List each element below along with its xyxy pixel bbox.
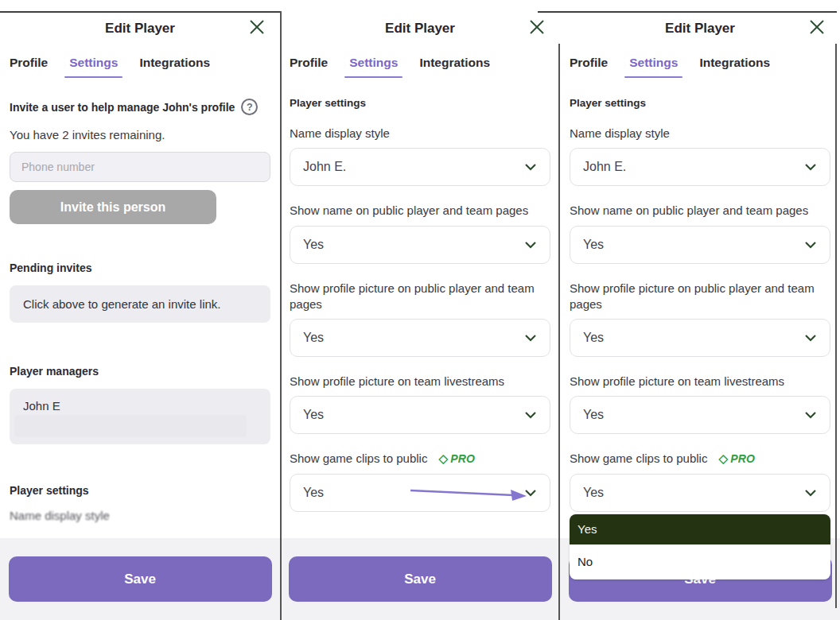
phone-number-input[interactable] [10, 152, 270, 182]
field-name-display-style: Name display style John E. [290, 126, 550, 186]
select-value: Yes [303, 238, 324, 252]
tab-profile[interactable]: Profile [10, 54, 48, 78]
select-value: Yes [303, 486, 324, 500]
field-show-game-clips: Show game clips to public ◇ PRO Yes Yes … [570, 451, 830, 511]
field-label: Show profile picture on public player an… [570, 281, 830, 313]
name-display-style-select[interactable]: John E. [290, 148, 550, 186]
modal-footer: Save [280, 538, 560, 620]
close-icon [808, 26, 826, 38]
field-show-profile-picture-livestreams: Show profile picture on team livestreams… [290, 374, 550, 434]
chevron-down-icon [804, 408, 817, 422]
chevron-down-icon [524, 408, 537, 422]
cutoff-field-label: Name display style [10, 509, 270, 522]
panel-divider-2 [558, 44, 560, 620]
player-settings-heading: Player settings [10, 484, 270, 497]
chevron-down-icon [524, 486, 537, 500]
tab-bar: Profile Settings Integrations [560, 46, 840, 78]
select-value: Yes [303, 408, 324, 422]
pending-invites-empty-box: Click above to generate an invite link. [10, 285, 270, 323]
show-name-select[interactable]: Yes [290, 226, 550, 264]
close-button[interactable] [247, 17, 267, 38]
chevron-down-icon [804, 160, 817, 174]
field-label-text: Show game clips to public [290, 451, 427, 465]
invite-section-heading: Invite a user to help manage John's prof… [10, 101, 235, 114]
screenshot-top-border-right [538, 11, 837, 13]
tab-integrations[interactable]: Integrations [139, 54, 210, 78]
field-label: Show name on public player and team page… [570, 203, 830, 219]
modal-footer: Save [0, 538, 280, 620]
pro-diamond-icon: ◇ [719, 451, 729, 467]
field-label: Show profile picture on team livestreams [290, 374, 550, 389]
dropdown-option-yes[interactable]: Yes [570, 514, 830, 544]
field-label: Name display style [570, 126, 830, 141]
pro-diamond-icon: ◇ [439, 451, 449, 467]
chevron-down-icon [524, 238, 537, 252]
name-display-style-select[interactable]: John E. [570, 148, 830, 186]
close-button[interactable] [807, 17, 827, 38]
player-managers-heading: Player managers [10, 365, 270, 378]
field-name-display-style: Name display style John E. [570, 126, 830, 186]
close-icon [248, 26, 266, 38]
dropdown-option-no[interactable]: No [570, 544, 830, 579]
modal-title: Edit Player [280, 21, 560, 37]
modal-title: Edit Player [560, 21, 840, 37]
pending-invites-heading: Pending invites [10, 262, 270, 274]
panel-divider-1 [280, 11, 282, 620]
help-icon[interactable]: ? [241, 99, 258, 115]
show-profile-picture-livestreams-select[interactable]: Yes [570, 396, 830, 434]
tab-settings[interactable]: Settings [629, 54, 678, 78]
pro-badge: ◇ PRO [719, 451, 756, 467]
pro-badge-label: PRO [730, 451, 755, 467]
field-label: Show game clips to public ◇ PRO [570, 451, 830, 467]
pro-badge-label: PRO [450, 451, 475, 467]
close-button[interactable] [527, 17, 547, 38]
show-profile-picture-livestreams-select[interactable]: Yes [290, 396, 550, 434]
field-show-profile-picture-pages: Show profile picture on public player an… [570, 281, 830, 358]
save-button[interactable]: Save [289, 556, 552, 602]
select-value: John E. [583, 160, 626, 174]
select-value: Yes [303, 331, 324, 345]
show-name-select[interactable]: Yes [570, 226, 830, 264]
invites-remaining-text: You have 2 invites remaining. [10, 128, 270, 141]
screenshot-top-border-left [0, 11, 280, 13]
edit-player-modal-settings-view: Edit Player Profile Settings Integration… [280, 11, 560, 620]
show-game-clips-select[interactable]: Yes [570, 474, 830, 512]
select-value: Yes [583, 238, 604, 252]
redacted-area [14, 415, 247, 437]
tab-bar: Profile Settings Integrations [0, 46, 280, 78]
field-show-game-clips: Show game clips to public ◇ PRO Yes [290, 451, 550, 511]
tab-settings[interactable]: Settings [349, 54, 398, 78]
chevron-down-icon [804, 486, 817, 500]
show-profile-picture-pages-select[interactable]: Yes [290, 319, 550, 357]
tab-settings[interactable]: Settings [69, 54, 118, 78]
field-label-text: Show game clips to public [570, 451, 707, 465]
select-value: John E. [303, 160, 346, 174]
chevron-down-icon [524, 160, 537, 174]
chevron-down-icon [804, 238, 817, 252]
tab-integrations[interactable]: Integrations [699, 54, 770, 78]
tab-bar: Profile Settings Integrations [280, 46, 560, 78]
modal-title: Edit Player [0, 21, 280, 37]
player-managers-box: John E [10, 389, 270, 444]
modal-header: Edit Player [560, 11, 840, 46]
select-value: Yes [583, 486, 604, 500]
tab-profile[interactable]: Profile [290, 54, 328, 78]
select-value: Yes [583, 331, 604, 345]
select-value: Yes [583, 408, 604, 422]
chevron-down-icon [804, 331, 817, 345]
show-profile-picture-pages-select[interactable]: Yes [570, 319, 830, 357]
screenshot-right-border [835, 44, 837, 608]
show-game-clips-select[interactable]: Yes [290, 474, 550, 512]
edit-player-modal-invites-view: Edit Player Profile Settings Integration… [0, 11, 280, 620]
player-settings-heading: Player settings [570, 97, 830, 109]
tab-profile[interactable]: Profile [570, 54, 608, 78]
invite-this-person-button[interactable]: Invite this person [10, 190, 216, 224]
field-label: Name display style [290, 126, 550, 141]
field-show-name: Show name on public player and team page… [290, 203, 550, 263]
tab-integrations[interactable]: Integrations [419, 54, 490, 78]
chevron-down-icon [524, 331, 537, 345]
pro-badge: ◇ PRO [439, 451, 476, 467]
save-button[interactable]: Save [9, 556, 272, 602]
show-game-clips-dropdown-list: Yes No [570, 514, 830, 579]
modal-header: Edit Player [280, 11, 560, 46]
